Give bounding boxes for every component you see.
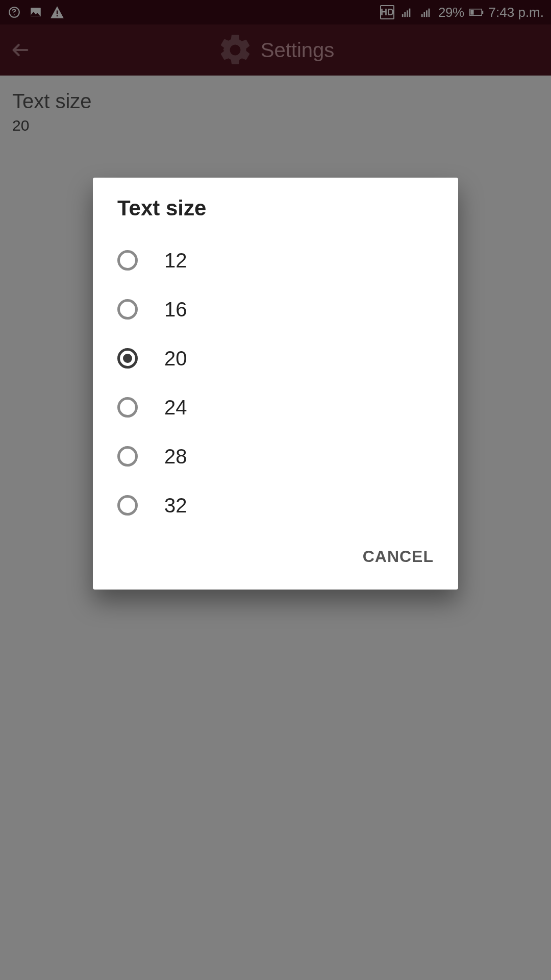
text-size-option-20[interactable]: 20 <box>93 334 458 383</box>
dialog-options: 121620242832 <box>93 233 458 533</box>
radio-icon <box>117 446 138 467</box>
text-size-option-24[interactable]: 24 <box>93 383 458 432</box>
text-size-option-16[interactable]: 16 <box>93 285 458 334</box>
option-label: 24 <box>164 396 187 419</box>
radio-icon <box>117 495 138 516</box>
radio-icon <box>117 250 138 271</box>
option-label: 12 <box>164 249 187 272</box>
option-label: 32 <box>164 494 187 517</box>
option-label: 28 <box>164 445 187 468</box>
option-label: 20 <box>164 347 187 370</box>
text-size-dialog: Text size 121620242832 CANCEL <box>93 178 458 590</box>
dialog-title: Text size <box>93 178 458 233</box>
cancel-button[interactable]: CANCEL <box>363 547 434 566</box>
text-size-option-32[interactable]: 32 <box>93 481 458 530</box>
radio-icon <box>117 397 138 418</box>
radio-icon <box>117 299 138 320</box>
option-label: 16 <box>164 298 187 321</box>
radio-icon <box>117 348 138 369</box>
text-size-option-28[interactable]: 28 <box>93 432 458 481</box>
text-size-option-12[interactable]: 12 <box>93 236 458 285</box>
